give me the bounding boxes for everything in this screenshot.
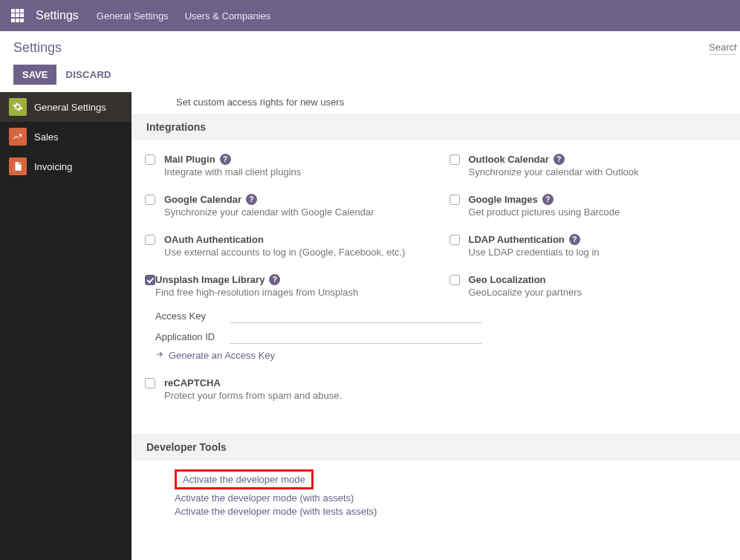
sidebar-item-invoicing[interactable]: Invoicing (0, 152, 132, 181)
activate-dev-mode-link[interactable]: Activate the developer mode (175, 469, 314, 489)
checkbox-unsplash[interactable] (145, 275, 155, 285)
devtools-links: Activate the developer mode Activate the… (132, 460, 740, 528)
arrow-right-icon (155, 350, 164, 361)
content: Set custom access rights for new users I… (132, 92, 740, 560)
checkbox-recaptcha[interactable] (145, 378, 155, 388)
setting-title: Outlook Calendar (469, 154, 549, 165)
sidebar-item-sales[interactable]: Sales (0, 122, 132, 152)
help-icon[interactable]: ? (269, 274, 280, 285)
sidebar: General Settings Sales Invoicing (0, 92, 132, 560)
help-icon[interactable]: ? (220, 154, 231, 165)
setting-title: Unsplash Image Library (155, 274, 264, 285)
setting-google-images: Google Images? Get product pictures usin… (436, 188, 741, 228)
checkbox-oauth[interactable] (145, 235, 155, 245)
setting-outlook-calendar: Outlook Calendar? Synchronize your calen… (436, 148, 741, 188)
setting-ldap: LDAP Authentication? Use LDAP credential… (436, 228, 741, 268)
setting-desc: GeoLocalize your partners (469, 287, 730, 298)
checkbox-ldap[interactable] (449, 235, 460, 245)
checkbox-outlook-calendar[interactable] (449, 154, 460, 165)
activate-dev-mode-assets-link[interactable]: Activate the developer mode (with assets… (175, 492, 740, 504)
chart-icon (9, 128, 27, 146)
sidebar-item-label: Sales (34, 131, 59, 143)
invoice-icon (9, 157, 27, 175)
breadcrumb: Settings (13, 40, 727, 56)
setting-mail-plugin: Mail Plugin? Integrate with mail client … (132, 148, 436, 188)
help-icon[interactable]: ? (569, 234, 580, 245)
save-button[interactable]: SAVE (13, 65, 56, 85)
setting-desc: Get product pictures using Barcode (469, 206, 730, 218)
action-row: SAVE DISCARD (0, 60, 740, 92)
setting-oauth: OAuth Authentication Use external accoun… (132, 228, 436, 268)
section-devtools-header: Developer Tools (132, 434, 740, 460)
help-icon[interactable]: ? (542, 194, 554, 205)
setting-desc: Use LDAP credentials to log in (469, 247, 730, 258)
section-integrations-header: Integrations (132, 114, 740, 140)
checkbox-mail-plugin[interactable] (145, 154, 155, 165)
discard-button[interactable]: DISCARD (65, 69, 111, 80)
setting-google-calendar: Google Calendar? Synchronize your calend… (132, 188, 436, 228)
sidebar-item-label: Invoicing (34, 161, 72, 172)
setting-title: Mail Plugin (164, 154, 215, 165)
search-input[interactable] (709, 40, 737, 55)
search-wrap (709, 40, 737, 55)
setting-title: Google Images (469, 194, 538, 205)
integrations-grid: Mail Plugin? Integrate with mail client … (132, 140, 740, 411)
setting-desc: Find free high-resolution images from Un… (155, 287, 482, 298)
nav-general-settings[interactable]: General Settings (97, 10, 169, 22)
setting-geo-localization: Geo Localization GeoLocalize your partne… (436, 268, 741, 371)
access-key-label: Access Key (155, 310, 230, 322)
setting-title: LDAP Authentication (469, 234, 565, 245)
checkbox-google-calendar[interactable] (145, 195, 155, 205)
setting-unsplash: Unsplash Image Library? Find free high-r… (132, 268, 436, 371)
setting-recaptcha: reCAPTCHA Protect your forms from spam a… (132, 371, 436, 411)
subheader: Settings (0, 31, 740, 60)
top-nav: Settings General Settings Users & Compan… (0, 0, 740, 31)
setting-desc: Integrate with mail client plugins (164, 166, 426, 178)
sidebar-item-general-settings[interactable]: General Settings (0, 92, 132, 122)
setting-desc: Synchronize your calendar with Google Ca… (164, 206, 426, 218)
setting-title: Google Calendar (164, 194, 241, 205)
setting-title: Geo Localization (469, 274, 546, 285)
setting-title: OAuth Authentication (164, 234, 264, 245)
generate-access-key-label: Generate an Access Key (169, 350, 275, 361)
activate-dev-mode-tests-link[interactable]: Activate the developer mode (with tests … (175, 506, 740, 517)
generate-access-key-link[interactable]: Generate an Access Key (155, 350, 482, 361)
sidebar-item-label: General Settings (34, 102, 106, 113)
gear-icon (9, 98, 27, 116)
application-id-label: Application ID (155, 331, 230, 342)
setting-title: reCAPTCHA (164, 377, 221, 388)
prev-setting-desc: Set custom access rights for new users (132, 92, 740, 114)
checkbox-google-images[interactable] (449, 195, 460, 205)
help-icon[interactable]: ? (554, 154, 565, 165)
apps-icon[interactable] (10, 8, 25, 23)
help-icon[interactable]: ? (246, 194, 257, 205)
setting-desc: Use external accounts to log in (Google,… (164, 247, 426, 258)
app-title: Settings (36, 9, 79, 22)
checkbox-geo[interactable] (449, 275, 460, 285)
setting-desc: Protect your forms from spam and abuse. (164, 390, 426, 401)
nav-users-companies[interactable]: Users & Companies (185, 10, 271, 22)
setting-desc: Synchronize your calendar with Outlook (469, 166, 730, 178)
